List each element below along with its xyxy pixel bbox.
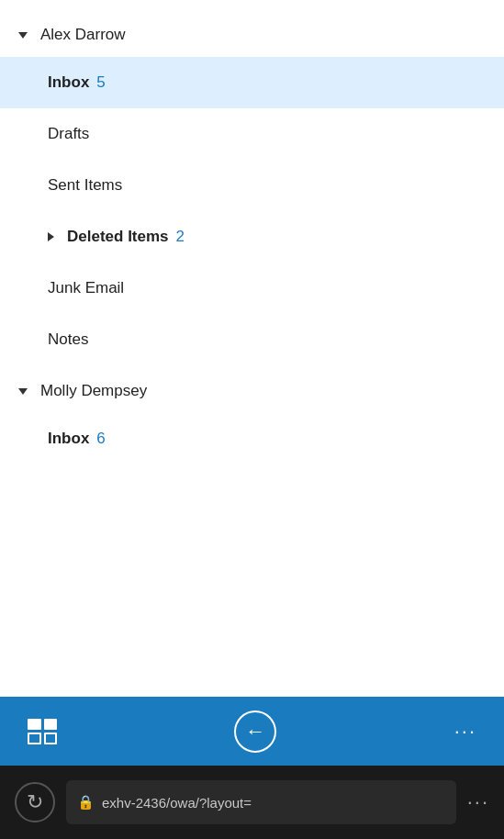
account-header-alex[interactable]: Alex Darrow (0, 9, 504, 57)
back-button[interactable]: ← (234, 710, 276, 753)
windows-icon (28, 719, 57, 744)
url-text: exhv-2436/owa/?layout= (102, 795, 252, 811)
back-arrow-icon: ← (245, 720, 265, 744)
folder-count-inbox-molly: 6 (96, 430, 105, 448)
bottom-toolbar: ← ··· (0, 697, 504, 766)
expand-icon-deleted (48, 232, 54, 241)
tile-4 (44, 733, 58, 744)
account-name-alex: Alex Darrow (40, 26, 126, 44)
dots-label: ··· (454, 720, 476, 743)
tile-1 (28, 719, 41, 731)
folder-item-inbox-molly[interactable]: Inbox 6 (0, 413, 504, 464)
folder-label-inbox-molly: Inbox (48, 430, 89, 448)
more-button[interactable]: ··· (454, 720, 476, 744)
tile-3 (28, 733, 41, 744)
folder-count-inbox: 5 (96, 73, 105, 92)
address-more-button[interactable]: ··· (467, 790, 489, 814)
folder-count-deleted: 2 (176, 228, 185, 246)
folder-label-inbox: Inbox (48, 73, 89, 92)
address-bar: ↻ 🔒 exhv-2436/owa/?layout= ··· (0, 766, 504, 839)
folder-label-drafts: Drafts (48, 125, 89, 143)
tile-2 (44, 719, 58, 731)
folder-item-deleted[interactable]: Deleted Items 2 (0, 211, 504, 263)
lock-icon: 🔒 (77, 794, 95, 811)
refresh-icon: ↻ (27, 790, 43, 814)
expand-icon-alex (18, 32, 28, 39)
folder-label-deleted: Deleted Items (67, 228, 169, 246)
expand-icon-molly (18, 388, 28, 395)
folder-item-inbox[interactable]: Inbox 5 (0, 57, 504, 108)
account-name-molly: Molly Dempsey (40, 382, 147, 400)
folder-label-notes: Notes (48, 330, 88, 349)
folder-item-sent[interactable]: Sent Items (0, 160, 504, 211)
url-bar[interactable]: 🔒 exhv-2436/owa/?layout= (66, 780, 456, 824)
folder-item-junk[interactable]: Junk Email (0, 263, 504, 314)
folder-label-sent: Sent Items (48, 176, 122, 195)
account-header-molly[interactable]: Molly Dempsey (0, 365, 504, 413)
folder-item-drafts[interactable]: Drafts (0, 108, 504, 160)
windows-button[interactable] (28, 719, 57, 744)
folder-label-junk: Junk Email (48, 279, 124, 297)
folder-tree: Alex Darrow Inbox 5 Drafts Sent Items De… (0, 0, 504, 464)
folder-item-notes[interactable]: Notes (0, 314, 504, 365)
refresh-button[interactable]: ↻ (15, 782, 55, 822)
